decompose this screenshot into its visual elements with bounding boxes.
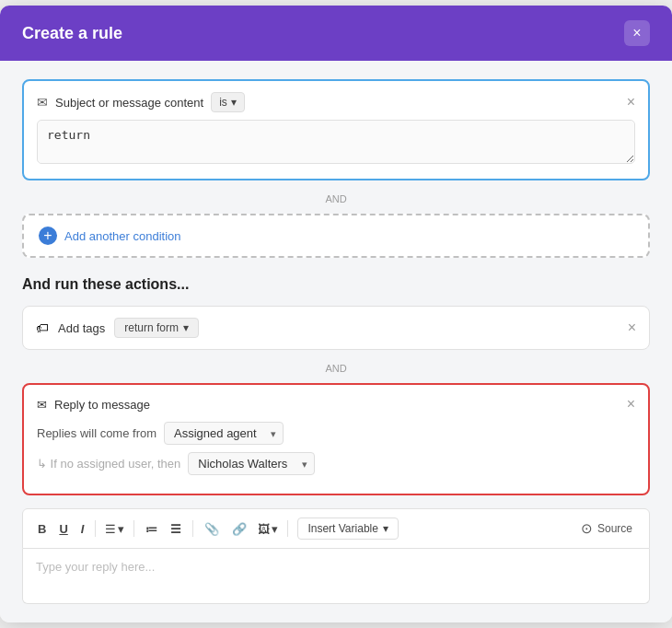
condition-operator-value: is	[219, 96, 227, 109]
underline-button[interactable]: U	[53, 518, 73, 540]
toolbar-divider-2	[133, 520, 134, 537]
insert-variable-label: Insert Variable	[307, 522, 377, 535]
editor-toolbar: B U I ☰ ▾ ≔ ☰ 📎 🔗 🖼 ▾	[22, 508, 650, 549]
source-button[interactable]: ⊙ Source	[574, 517, 640, 541]
image-chevron: ▾	[272, 522, 278, 536]
ordered-list-icon: ≔	[145, 522, 157, 536]
and-divider-2-label: AND	[318, 363, 353, 374]
editor-placeholder: Type your reply here...	[36, 560, 155, 574]
toolbar-divider-3	[192, 520, 193, 537]
create-rule-modal: Create a rule × ✉ Subject or message con…	[0, 6, 672, 622]
tag-action-close-button[interactable]: ×	[628, 320, 636, 336]
add-condition-label: Add another condition	[64, 229, 180, 243]
image-dropdown[interactable]: 🖼 ▾	[254, 518, 282, 540]
unordered-list-button[interactable]: ☰	[165, 518, 187, 540]
condition-header: ✉ Subject or message content is ▾ ×	[37, 92, 635, 112]
source-label: Source	[597, 522, 632, 535]
tag-action-block: 🏷 Add tags return form ▾ ×	[22, 306, 650, 350]
reply-action-close-button[interactable]: ×	[627, 396, 635, 413]
condition-close-button[interactable]: ×	[627, 94, 635, 110]
link-icon: 🔗	[232, 522, 247, 536]
modal-close-button[interactable]: ×	[624, 20, 650, 46]
tag-action-label: Add tags	[58, 321, 105, 335]
align-dropdown[interactable]: ☰ ▾	[101, 518, 128, 540]
replies-from-select[interactable]: Assigned agent	[164, 422, 284, 445]
replies-from-label: Replies will come from	[37, 426, 156, 440]
and-divider-1: AND	[22, 190, 650, 206]
modal-title: Create a rule	[22, 24, 122, 43]
toolbar-divider-1	[95, 520, 96, 537]
ordered-list-button[interactable]: ≔	[140, 518, 163, 540]
modal-body: ✉ Subject or message content is ▾ × retu…	[0, 61, 672, 622]
reply-title-label: Reply to message	[54, 398, 150, 412]
condition-operator-dropdown[interactable]: is ▾	[211, 92, 245, 112]
if-no-select-wrapper: Nicholas Walters	[188, 452, 315, 475]
tag-value-dropdown[interactable]: return form ▾	[114, 318, 199, 338]
replies-from-select-wrapper: Assigned agent	[164, 422, 284, 445]
reply-indent-icon: ↳ If no assigned user, then	[37, 457, 180, 471]
image-icon: 🖼	[258, 522, 270, 536]
condition-left: ✉ Subject or message content is ▾	[37, 92, 245, 112]
reply-envelope-icon: ✉	[37, 398, 47, 412]
and-divider-2: AND	[22, 359, 650, 376]
modal-header: Create a rule ×	[0, 6, 672, 61]
reply-title: ✉ Reply to message	[37, 398, 150, 412]
replies-from-row: Replies will come from Assigned agent	[37, 422, 635, 445]
actions-section-title: And run these actions...	[22, 276, 650, 293]
insert-variable-chevron: ▾	[383, 522, 388, 535]
reply-action-header: ✉ Reply to message ×	[37, 396, 635, 413]
source-icon: ⊙	[581, 520, 593, 537]
condition-field-label: Subject or message content	[55, 96, 203, 110]
condition-block: ✉ Subject or message content is ▾ × retu…	[22, 79, 650, 180]
tag-value-text: return form	[124, 321, 179, 334]
attachment-button[interactable]: 📎	[199, 518, 225, 540]
align-chevron: ▾	[118, 522, 124, 536]
if-no-assigned-row: ↳ If no assigned user, then Nicholas Wal…	[37, 452, 635, 475]
tag-icon: 🏷	[36, 320, 49, 335]
italic-button[interactable]: I	[75, 518, 90, 540]
add-condition-button[interactable]: + Add another condition	[22, 214, 650, 258]
reply-editor[interactable]: Type your reply here...	[22, 549, 650, 604]
tag-chevron-icon: ▾	[183, 321, 189, 334]
unordered-list-icon: ☰	[170, 522, 181, 536]
attachment-icon: 📎	[204, 522, 219, 536]
toolbar-divider-4	[287, 520, 288, 537]
bold-button[interactable]: B	[32, 518, 52, 540]
insert-variable-button[interactable]: Insert Variable ▾	[297, 518, 398, 540]
condition-value-input[interactable]: return	[37, 120, 635, 164]
reply-action-block: ✉ Reply to message × Replies will come f…	[22, 383, 650, 495]
align-icon: ☰	[105, 522, 116, 536]
condition-operator-chevron: ▾	[231, 96, 237, 109]
envelope-icon: ✉	[37, 95, 48, 110]
if-no-assigned-select[interactable]: Nicholas Walters	[188, 452, 315, 475]
link-button[interactable]: 🔗	[226, 518, 252, 540]
add-condition-icon: +	[39, 227, 57, 245]
and-divider-label: AND	[318, 193, 353, 204]
